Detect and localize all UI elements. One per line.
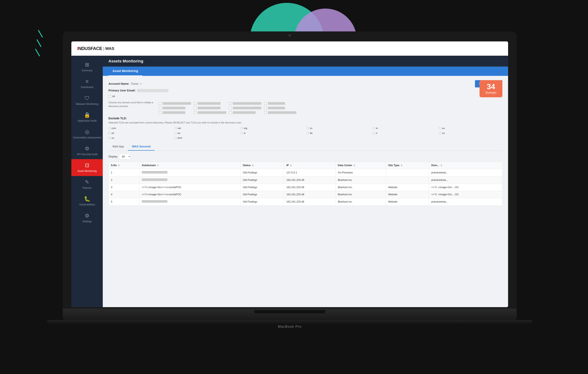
tab-was-secured[interactable]: WAS Secured [128, 143, 155, 151]
tld-net[interactable]: net [175, 127, 238, 130]
edit-icon[interactable]: ✏ [140, 82, 142, 85]
domain-item-6[interactable] [194, 107, 226, 109]
tld-checkbox-ir[interactable] [373, 132, 375, 134]
tld-eu[interactable]: eu [439, 127, 502, 130]
tld-io[interactable]: io [373, 127, 436, 130]
domain-checkbox-9[interactable] [159, 111, 161, 114]
cell-site-type: Website [386, 191, 429, 198]
sidebar-item-malware-monitoring[interactable]: 🛡 Malware Monitoring [71, 92, 103, 109]
tld-checkbox-ca[interactable] [439, 132, 441, 134]
domain-text-3 [233, 102, 261, 105]
col-status[interactable]: Status ⇅ [241, 162, 284, 169]
col-sitetype[interactable]: Site Type ⇅ [386, 162, 429, 169]
tld-au[interactable]: au [175, 132, 238, 135]
tld-tech[interactable]: tech [175, 137, 238, 139]
cell-dc: Bluehost Inc. [335, 184, 386, 191]
tld-checkbox-au[interactable] [175, 132, 176, 134]
tld-checkbox-org[interactable] [241, 127, 243, 129]
table-row[interactable]: 3<>"//;<image+Src+=+x>zombiPOCOld Findin… [109, 184, 502, 191]
domains-grid [159, 102, 296, 114]
tld-label-uk: uk [111, 132, 114, 135]
tld-checkbox-in[interactable] [241, 132, 243, 134]
domain-item-8[interactable] [264, 107, 296, 109]
col-subdomain[interactable]: Subdomain ⇅ [139, 162, 241, 169]
cell-domain: <>"//; <image+Src-...OC [429, 191, 502, 198]
tld-checkbox-us[interactable] [108, 137, 110, 139]
col-domain[interactable]: Dom... ⇅ [429, 162, 502, 169]
domain-item-3[interactable] [229, 102, 261, 105]
dashboard-icon: ≡ [85, 78, 88, 84]
tld-checkbox-com[interactable] [108, 127, 110, 129]
tld-checkbox-co[interactable] [307, 127, 309, 129]
checkbox-all-input[interactable] [108, 95, 111, 98]
domain-checkbox-7[interactable] [229, 107, 232, 109]
domain-checkbox-10[interactable] [194, 111, 197, 114]
domain-item-7[interactable] [229, 107, 261, 109]
sidebar-item-dashboard[interactable]: ≡ Dashboard [71, 75, 103, 92]
tld-org[interactable]: org [241, 127, 304, 130]
tld-ca[interactable]: ca [439, 132, 502, 135]
sidebar-item-settings[interactable]: ⚙ Settings [71, 209, 103, 226]
domain-item-12[interactable] [264, 111, 296, 114]
account-name-row: Account Name: Tuvoc ✏ Start Discovery [108, 80, 502, 88]
sidebar-item-api-security[interactable]: ⚙ API Security Audit [71, 143, 103, 159]
table-row[interactable]: 4<>"//;<image+Src+=+x>zombiPOCOld Findin… [109, 191, 502, 198]
sidebar-item-summary[interactable]: ⊞ Summary [71, 59, 103, 75]
tld-in[interactable]: in [241, 132, 304, 135]
table-row[interactable]: 2Old Findings162.241.225.48Bluehost Inc.… [109, 176, 502, 184]
domain-item-9[interactable] [159, 111, 191, 114]
tld-checkbox-de[interactable] [307, 132, 309, 134]
tld-de[interactable]: de [307, 132, 370, 135]
logo-indusface: INDUSFACE [77, 46, 102, 51]
tld-ir[interactable]: ir [373, 132, 436, 135]
tld-checkbox-io[interactable] [373, 127, 375, 129]
domain-item-1[interactable] [159, 102, 191, 105]
domain-checkbox-6[interactable] [194, 107, 197, 109]
domain-checkbox-8[interactable] [264, 107, 267, 109]
sidebar-item-vulnerability-assessment[interactable]: ◎ Vulnerability Assessment [71, 126, 103, 143]
sidebar-item-asset-monitoring[interactable]: ⊡ Asset Monitoring [71, 159, 103, 176]
domain-checkbox-1[interactable] [159, 102, 161, 105]
domain-checkbox-4[interactable] [264, 102, 267, 105]
tld-us[interactable]: us [108, 137, 172, 139]
tld-com[interactable]: com [108, 127, 172, 130]
sidebar-label-reports: Reports [83, 186, 92, 190]
tab-asset-monitoring[interactable]: Asset Monitoring [108, 66, 142, 76]
domain-item-2[interactable] [194, 102, 226, 105]
domain-checkbox-5[interactable] [159, 107, 161, 109]
domain-item-4[interactable] [264, 102, 296, 105]
data-table: S.No ⇅ Subdomain ⇅ Status ⇅ IP ⇅ Data Ce… [108, 162, 502, 206]
cell-ip: 127.0.0.1 [284, 169, 335, 176]
tab-web-app[interactable]: Web App [108, 143, 128, 151]
domain-item-5[interactable] [159, 107, 191, 109]
domain-checkbox-3[interactable] [229, 102, 232, 105]
tld-label-ca: ca [442, 132, 445, 135]
logo-was: WAS [105, 46, 114, 51]
tld-co[interactable]: co [307, 127, 370, 130]
tld-uk[interactable]: uk [108, 132, 172, 135]
tld-checkbox-eu[interactable] [439, 127, 441, 129]
sidebar-item-application-audit[interactable]: 🔒 Application Audit [71, 109, 103, 126]
tld-checkbox-net[interactable] [175, 127, 176, 129]
domain-checkbox-12[interactable] [264, 111, 267, 114]
domain-item-11[interactable] [229, 111, 261, 114]
sidebar-item-reports[interactable]: ✎ Reports [71, 176, 103, 193]
sidebar-item-vulnerabilities[interactable]: 🐛 Vulnerabilities [71, 193, 103, 209]
checkbox-all[interactable]: All [108, 95, 502, 98]
tld-checkbox-tech[interactable] [175, 137, 176, 139]
tld-checkbox-uk[interactable] [108, 132, 110, 134]
cell-ip: 162.241.225.48 [284, 191, 335, 198]
tld-label-in: in [244, 132, 246, 135]
cell-dc: Bluehost Inc. [335, 191, 386, 198]
table-row[interactable]: 1Old Findings127.0.0.1On-Premisespractic… [109, 169, 502, 176]
malware-icon: 🛡 [84, 95, 90, 101]
domain-checkbox-11[interactable] [229, 111, 232, 114]
col-ip[interactable]: IP ⇅ [284, 162, 335, 169]
screen-content: INDUSFACE ) WAS ⊞ Summary [71, 41, 508, 307]
col-dc[interactable]: Data Center ⇅ [335, 162, 386, 169]
table-row[interactable]: 5Old Findings162.241.225.48Bluehost Inc.… [109, 198, 502, 205]
domain-checkbox-2[interactable] [194, 102, 197, 105]
col-sno[interactable]: S.No ⇅ [109, 162, 139, 169]
domain-item-10[interactable] [194, 111, 226, 114]
display-select[interactable]: 10 25 50 100 [119, 154, 131, 159]
